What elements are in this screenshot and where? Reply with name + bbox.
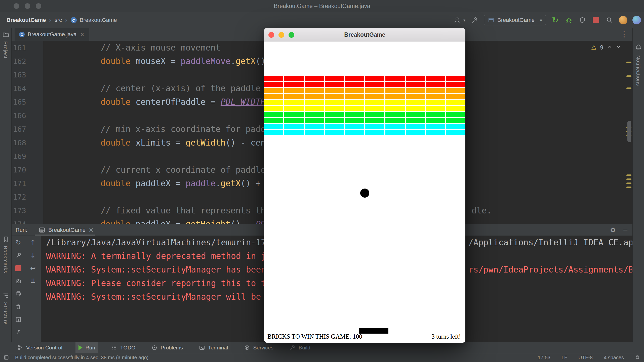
- brick: [284, 82, 303, 87]
- toolwindow-tab-version-control[interactable]: Version Control: [14, 342, 65, 353]
- toolwindow-tab-terminal[interactable]: Terminal: [196, 342, 231, 353]
- brick: [406, 100, 425, 105]
- game-window-titlebar[interactable]: BreakoutGame: [264, 28, 465, 41]
- clear-console-trash-icon[interactable]: [14, 302, 23, 311]
- breadcrumb-class[interactable]: BreakoutGame: [80, 17, 117, 23]
- screenshot-icon[interactable]: [14, 277, 23, 285]
- tab-close-icon[interactable]: ×: [89, 227, 94, 234]
- user-menu-icon[interactable]: [453, 16, 461, 24]
- editor-tab[interactable]: C BreakoutGame.java ×: [15, 28, 89, 41]
- toolwindow-tab-services[interactable]: Services: [241, 342, 276, 353]
- build-hammer-icon[interactable]: [470, 16, 479, 24]
- inspection-mark[interactable]: [626, 187, 631, 188]
- brick: [264, 124, 283, 129]
- run-console-tab[interactable]: BreakoutGame ×: [35, 224, 98, 236]
- brick: [365, 130, 384, 135]
- inspection-mark[interactable]: [626, 174, 631, 176]
- tab-options-kebab-icon[interactable]: ⋮: [620, 30, 628, 38]
- brick: [345, 82, 364, 87]
- brick: [325, 94, 344, 99]
- toolwindow-switcher-icon[interactable]: [4, 355, 9, 361]
- pin-tab-icon[interactable]: [14, 328, 23, 337]
- tab-close-icon[interactable]: ×: [79, 31, 85, 38]
- run-button[interactable]: ↻: [551, 16, 559, 24]
- editor-scrollbar[interactable]: [627, 121, 631, 142]
- brick: [406, 88, 425, 93]
- inspection-mark[interactable]: [626, 87, 631, 89]
- brick: [284, 124, 303, 129]
- toolwindow-project[interactable]: Project: [3, 41, 8, 59]
- toolwindow-tab-run[interactable]: Run: [75, 342, 98, 353]
- inspection-mark[interactable]: [626, 183, 631, 184]
- inspection-mark[interactable]: [626, 178, 631, 180]
- hide-panel-icon[interactable]: ─: [623, 226, 627, 234]
- close-window-button[interactable]: [14, 3, 19, 9]
- breadcrumb-src[interactable]: src: [55, 17, 62, 23]
- restore-layout-icon[interactable]: [14, 315, 23, 324]
- brick: [365, 100, 384, 105]
- rerun-icon[interactable]: ↻: [14, 238, 23, 247]
- minimize-window-button[interactable]: [25, 3, 30, 9]
- inspection-mark[interactable]: [626, 62, 631, 63]
- brick: [365, 88, 384, 93]
- breadcrumb-separator-icon: ›: [49, 16, 52, 24]
- breadcrumb-project[interactable]: BreakoutGame: [7, 17, 46, 23]
- toolwindow-tab-problems[interactable]: Problems: [148, 342, 186, 353]
- brick: [325, 112, 344, 117]
- run-settings-gear-icon[interactable]: ⚙: [610, 226, 616, 234]
- previous-problem-icon[interactable]: [607, 44, 612, 51]
- app-icon: [488, 17, 494, 23]
- brick: [264, 106, 283, 111]
- scroll-to-end-icon[interactable]: ⇊: [29, 277, 37, 285]
- user-menu-dropdown-icon[interactable]: ▾: [463, 18, 465, 23]
- print-icon[interactable]: [14, 290, 23, 298]
- brick: [264, 76, 283, 81]
- console-line-fragment: rs/pwn/IdeaProjects/Assignments/Br: [468, 263, 632, 277]
- status-bar: Build completed successfully in 4 sec, 3…: [0, 353, 644, 362]
- toolwindow-tab-label: Problems: [160, 345, 183, 351]
- debug-button[interactable]: [565, 16, 573, 24]
- coverage-button[interactable]: [578, 16, 587, 24]
- toolwindow-tab-build[interactable]: Build: [287, 342, 313, 353]
- structure-icon[interactable]: [2, 292, 9, 299]
- game-canvas[interactable]: BRICKS TO WIN THIS GAME: 100 3 turns lef…: [264, 41, 465, 343]
- user-avatar[interactable]: [619, 16, 627, 24]
- brick: [365, 106, 384, 111]
- code-text: double mouseX = paddleMove.getX();: [101, 55, 271, 68]
- file-encoding[interactable]: UTF-8: [578, 355, 593, 360]
- game-minimize-button[interactable]: [278, 32, 284, 38]
- breakout-game-window[interactable]: BreakoutGame BRICKS TO WIN THIS GAME: 10…: [264, 28, 465, 343]
- game-close-button[interactable]: [268, 32, 274, 38]
- line-number: 171: [12, 177, 26, 190]
- notifications-bell-icon[interactable]: [635, 44, 642, 51]
- game-zoom-button[interactable]: [289, 32, 294, 38]
- toolwindow-tab-todo[interactable]: TODO: [108, 342, 138, 353]
- stop-process-icon[interactable]: [14, 264, 23, 273]
- project-icon[interactable]: [2, 31, 9, 38]
- caret-position[interactable]: 17:53: [538, 355, 550, 360]
- indent-style[interactable]: 4 spaces: [604, 355, 624, 360]
- readonly-lock-icon[interactable]: [635, 354, 640, 361]
- up-stacktrace-icon[interactable]: ↑: [29, 238, 37, 247]
- soft-wrap-icon[interactable]: ↩: [29, 264, 37, 273]
- run-settings-wrench-icon[interactable]: [14, 251, 23, 260]
- next-problem-icon[interactable]: [616, 44, 621, 51]
- bookmarks-icon[interactable]: [2, 236, 9, 243]
- toolwindow-tab-label: Build: [299, 345, 310, 351]
- stop-button[interactable]: [592, 16, 600, 24]
- run-configuration-selector[interactable]: BreakoutGame ▾: [484, 15, 546, 25]
- profile-icon[interactable]: [632, 16, 641, 24]
- inspections-widget[interactable]: ⚠ 9: [591, 44, 621, 51]
- navigation-bar: BreakoutGame › src › C BreakoutGame ▾ Br…: [0, 12, 644, 28]
- toolwindow-bookmarks[interactable]: Bookmarks: [3, 246, 8, 273]
- line-separator[interactable]: LF: [561, 355, 567, 360]
- zoom-window-button[interactable]: [36, 3, 41, 9]
- code-text: double centerOfPaddle = PDL_WIDTH / 2;: [101, 95, 291, 109]
- brick: [406, 112, 425, 117]
- toolwindow-notifications[interactable]: Notifications: [635, 55, 641, 86]
- down-stacktrace-icon[interactable]: ↓: [29, 251, 37, 260]
- toolwindow-structure[interactable]: Structure: [3, 302, 8, 325]
- search-everywhere-icon[interactable]: [605, 16, 614, 24]
- line-number: 173: [12, 204, 26, 217]
- inspection-mark[interactable]: [626, 75, 631, 77]
